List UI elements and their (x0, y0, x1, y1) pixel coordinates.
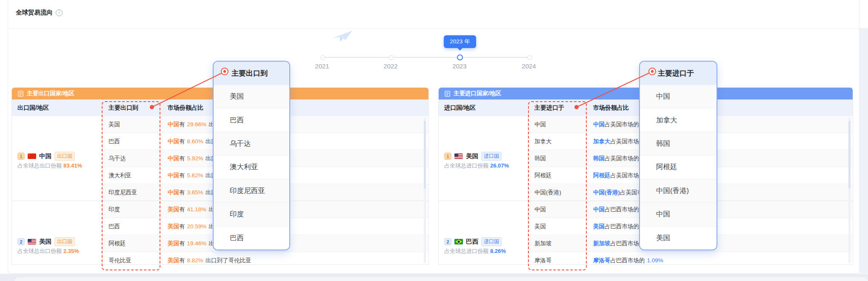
popup-item: 中国 (640, 203, 717, 226)
export-dest-column-highlight (102, 101, 160, 270)
report-icon (444, 91, 451, 97)
global-share: 占全球总进口份额26.07% (444, 162, 509, 170)
import-table-scrollbar[interactable] (848, 117, 851, 263)
rank-badge: 2 (17, 238, 25, 245)
rank-badge: 1 (17, 153, 25, 160)
card-header: 全球贸易流向 i (16, 9, 63, 17)
timeline-dot-2023-active[interactable] (457, 54, 463, 60)
popup-item: 美国 (640, 227, 717, 250)
page-title: 全球贸易流向 (16, 9, 53, 17)
role-badge: 出口国 (54, 237, 75, 246)
role-badge: 出口国 (54, 152, 75, 161)
role-badge: 进口国 (481, 237, 502, 246)
col-import-country: 进口国/地区 (444, 99, 476, 116)
global-share: 占全球总出口份额2.35% (17, 247, 79, 255)
country-name: 美国 (39, 238, 51, 246)
timeline-dot-2024[interactable] (527, 55, 532, 60)
export-group-usa: 2 美国 出口国 占全球总出口份额2.35% (12, 201, 103, 265)
popup-item: 印度 (214, 203, 289, 226)
country-name: 美国 (466, 152, 478, 160)
export-table-title: 主要出口国家/地区 (27, 90, 74, 97)
export-dest-popup: 主要出口到 美国 巴西 乌干达 澳大利亚 印度尼西亚 印度 巴西 (213, 61, 290, 250)
popup-item: 加拿大 (640, 108, 717, 132)
popup-item: 中国 (640, 85, 717, 108)
timeline-year-2023[interactable]: 2023 (446, 62, 473, 70)
col-import-share: 市场份额占比 (593, 99, 629, 116)
col-export-share: 市场份额占比 (168, 99, 203, 116)
timeline-year-2021[interactable]: 2021 (308, 62, 336, 70)
country-name: 中国 (39, 152, 51, 160)
flag-usa-icon (28, 239, 36, 244)
popup-item: 美国 (214, 85, 289, 108)
rank-badge: 2 (444, 238, 451, 245)
popup-item: 中国(香港) (640, 179, 717, 203)
flag-brazil-icon (454, 239, 463, 244)
role-badge: 进口国 (481, 152, 502, 161)
col-export-country: 出口国/地区 (17, 99, 49, 116)
import-table-title: 主要进口国家/地区 (454, 90, 501, 97)
flag-usa-icon (454, 153, 463, 159)
popup-item: 阿根廷 (640, 156, 717, 179)
import-src-column-highlight (528, 101, 587, 270)
next-section-card-top (14, 277, 868, 281)
right-gutter (859, 28, 868, 273)
timeline-year-2022[interactable]: 2022 (377, 62, 404, 70)
year-tooltip: 2023 年 (444, 35, 476, 48)
global-share: 占全球总出口份额83.41% (17, 162, 82, 170)
import-src-popup: 主要进口于 中国 加拿大 韩国 阿根廷 中国(香港) 中国 美国 (639, 61, 717, 250)
popup-item: 韩国 (640, 132, 717, 156)
timeline-track[interactable] (322, 57, 529, 58)
import-group-usa: 1 美国 进口国 占全球总进口份额26.07% (439, 116, 528, 201)
header-divider (8, 28, 859, 28)
flag-china-icon (28, 153, 36, 159)
popup-item: 印度尼西亚 (214, 179, 289, 203)
import-popup-title: 主要进口于 (640, 62, 717, 85)
popup-item: 巴西 (214, 108, 289, 132)
country-name: 巴西 (466, 238, 478, 246)
popup-item: 澳大利亚 (214, 156, 289, 179)
popup-item: 乌干达 (214, 132, 289, 156)
global-share: 占全球总进口份额8.26% (444, 247, 506, 255)
export-table-scrollbar[interactable] (424, 117, 426, 263)
plane-icon (331, 30, 355, 43)
timeline-dot-2021[interactable] (320, 55, 325, 60)
import-group-brazil: 2 巴西 进口国 占全球总进口份额8.26% (439, 201, 528, 265)
export-group-china: 1 中国 出口国 占全球总出口份额83.41% (12, 116, 103, 201)
timeline-dot-2022[interactable] (389, 55, 394, 60)
timeline-year-2024[interactable]: 2024 (515, 62, 542, 70)
info-icon[interactable]: i (56, 9, 63, 16)
rank-badge: 1 (444, 153, 451, 160)
popup-item: 巴西 (214, 227, 289, 250)
export-popup-title: 主要出口到 (214, 62, 289, 85)
report-icon (17, 91, 24, 97)
